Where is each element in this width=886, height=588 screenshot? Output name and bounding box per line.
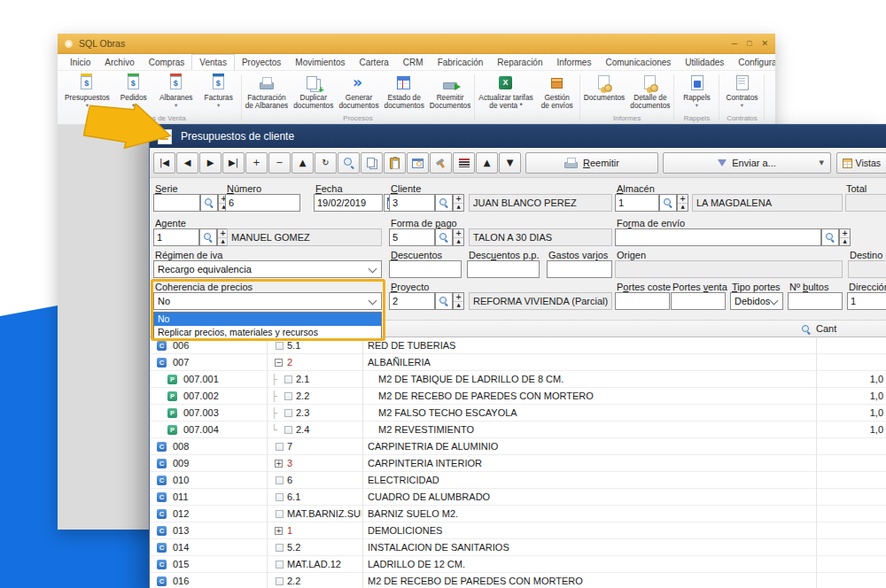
ribbon-reemitir-documentos[interactable]: Reemitir Documentos xyxy=(427,73,474,110)
ribbon-gestion-de-envios[interactable]: Gestión de envíos xyxy=(536,73,579,110)
expand-toggle-icon[interactable]: − xyxy=(275,359,283,367)
table-row[interactable]: C013+1DEMOLICIONES xyxy=(150,522,886,539)
tipo-portes-select[interactable]: Debidos xyxy=(730,292,783,310)
menu-tab-comunicaciones[interactable]: Comunicaciones xyxy=(598,54,678,70)
ribbon-actualizar-tarifas-de-venta[interactable]: Actualizar tarifas de venta * xyxy=(476,73,535,110)
forma-pago-spinner[interactable] xyxy=(453,228,464,246)
ribbon-documentos[interactable]: Documentos xyxy=(581,73,628,102)
table-row[interactable]: C0145.2INSTALACION DE SANITARIOS xyxy=(150,539,886,556)
next-button[interactable]: ▶ xyxy=(199,152,222,174)
descuentos-pp-input[interactable] xyxy=(467,260,540,278)
ribbon-generar-documentos[interactable]: Generar documentos xyxy=(336,73,381,110)
ribbon-duplicar-documentos[interactable]: Duplicar documentos xyxy=(291,73,336,110)
ribbon-rappels[interactable]: Rappels▾ xyxy=(675,73,718,109)
menu-tab-reparacion[interactable]: Reparación xyxy=(490,54,549,70)
add-button[interactable]: + xyxy=(245,152,268,174)
regimen-iva-select[interactable]: Recargo equivalencia xyxy=(153,260,382,278)
expand-toggle-icon[interactable]: + xyxy=(275,460,283,468)
reemitir-button[interactable]: Reemitir xyxy=(525,152,658,174)
serie-search-button[interactable] xyxy=(200,194,218,212)
menu-tab-inicio[interactable]: Inicio xyxy=(63,54,97,70)
previous-button[interactable]: ◀ xyxy=(176,152,198,174)
table-row[interactable]: C0106ELECTRICIDAD xyxy=(150,472,886,489)
proyecto-spinner[interactable] xyxy=(453,292,464,310)
paste-button[interactable] xyxy=(384,152,406,174)
numero-input[interactable] xyxy=(225,194,300,212)
proyecto-input[interactable] xyxy=(389,292,435,310)
refresh-button[interactable]: ↻ xyxy=(315,152,337,174)
move-up-button[interactable]: ▲ xyxy=(476,152,498,174)
menu-tab-compras[interactable]: Compras xyxy=(142,54,192,70)
table-row[interactable]: C0116.1CUADRO DE ALUMBRADO xyxy=(150,489,886,506)
list-button[interactable] xyxy=(453,152,475,174)
forma-envio-search-button[interactable] xyxy=(821,228,839,246)
forma-pago-search-button[interactable] xyxy=(435,228,453,246)
enviar-a-button[interactable]: Enviar a... ▼ xyxy=(663,152,831,174)
agente-input[interactable] xyxy=(153,228,199,246)
cliente-input[interactable] xyxy=(389,194,435,212)
table-row[interactable]: P007.004└2.4M2 REVESTIMIENTO1,0 xyxy=(150,422,886,438)
menu-tab-configuracion[interactable]: Configuración xyxy=(731,54,775,70)
table-row[interactable]: P007.001├2.1M2 DE TABIQUE DE LADRILLO DE… xyxy=(150,371,886,388)
menu-tab-archivo[interactable]: Archivo xyxy=(97,54,141,70)
table-row[interactable]: P007.003├2.3M2 FALSO TECHO ESCAYOLA1,0 xyxy=(150,405,886,422)
ribbon-facturas[interactable]: Facturas▾ xyxy=(198,73,240,109)
fecha-input[interactable] xyxy=(314,194,383,212)
coherencia-select[interactable]: No xyxy=(153,292,382,310)
portes-coste-input[interactable] xyxy=(615,292,670,310)
gastos-varios-input[interactable] xyxy=(547,260,612,278)
copy-button[interactable] xyxy=(361,152,383,174)
table-row[interactable]: C009+3CARPINTERIA INTERIOR xyxy=(150,455,886,472)
ribbon-detalle-de-documentos[interactable]: Detalle de documentos xyxy=(627,73,672,110)
last-button[interactable]: ▶| xyxy=(222,152,245,174)
almacen-spinner[interactable] xyxy=(677,194,688,212)
serie-input[interactable] xyxy=(153,194,200,212)
ribbon-estado-de-documentos[interactable]: Estado de documentos xyxy=(382,73,427,110)
table-row[interactable]: C0087CARPINETRIA DE ALUMINIO xyxy=(150,438,886,455)
num-bultos-input[interactable] xyxy=(788,292,843,310)
menu-tab-utilidades[interactable]: Utilidades xyxy=(678,54,731,70)
window-minimize-button[interactable]: ─ xyxy=(732,39,737,48)
cliente-search-button[interactable] xyxy=(435,194,453,212)
forma-pago-input[interactable] xyxy=(389,228,435,246)
move-down-button[interactable]: ▼ xyxy=(499,152,521,174)
tools-button[interactable] xyxy=(430,152,452,174)
search-button[interactable] xyxy=(338,152,360,174)
remove-button[interactable]: − xyxy=(268,152,291,174)
forma-envio-spinner[interactable] xyxy=(839,228,851,246)
expand-toggle-icon[interactable]: + xyxy=(275,527,283,535)
forma-envio-input[interactable] xyxy=(615,228,821,246)
menu-tab-fabricacion[interactable]: Fabricación xyxy=(431,54,491,70)
menu-tab-ventas[interactable]: Ventas xyxy=(191,54,235,70)
ribbon-albaranes[interactable]: Albaranes▾ xyxy=(155,73,198,109)
table-row[interactable]: C012MAT.BARNIZ.SUELBARNIZ SUELO M2. xyxy=(150,506,886,522)
chevron-down-icon[interactable]: ▼ xyxy=(820,159,824,166)
proyecto-search-button[interactable] xyxy=(435,292,453,310)
menu-tab-proyectos[interactable]: Proyectos xyxy=(235,54,288,70)
edit-button[interactable]: ▲ xyxy=(291,152,314,174)
table-row[interactable]: P007.002├2.2M2 DE RECEBO DE PAREDES CON … xyxy=(150,388,886,405)
menu-tab-informes[interactable]: Informes xyxy=(550,54,599,70)
portes-venta-input[interactable] xyxy=(671,292,726,310)
menu-tab-movimientos[interactable]: Movimientos xyxy=(288,54,352,70)
table-row[interactable]: C015MAT.LAD.12LADRILLO DE 12 CM. xyxy=(150,556,886,573)
almacen-input[interactable] xyxy=(615,194,659,212)
window-close-button[interactable]: ✕ xyxy=(761,39,768,48)
table-row[interactable]: C007−2ALBAÑILERIA xyxy=(150,354,886,371)
vistas-button[interactable]: Vistas xyxy=(836,152,886,174)
descuentos-input[interactable] xyxy=(389,260,462,278)
ribbon-contratos[interactable]: Contratos▾ xyxy=(720,73,763,109)
agente-search-button[interactable] xyxy=(199,228,217,246)
window-maximize-button[interactable]: □ xyxy=(747,39,751,48)
almacen-search-button[interactable] xyxy=(659,194,677,212)
preview-button[interactable] xyxy=(407,152,429,174)
menu-tab-cartera[interactable]: Cartera xyxy=(353,54,396,70)
table-row[interactable]: C0162.2M2 DE RECEBO DE PAREDES CON MORTE… xyxy=(150,573,886,588)
ribbon-facturacion-de-albaranes[interactable]: Facturación de Albaranes xyxy=(243,73,291,110)
menu-tab-crm[interactable]: CRM xyxy=(396,54,431,70)
dropdown-option[interactable]: Replicar precios, materiales y recursos xyxy=(154,326,381,339)
cant-column-header[interactable]: Cant xyxy=(816,323,836,334)
cliente-spinner[interactable] xyxy=(453,194,464,212)
direccion-input[interactable] xyxy=(847,292,886,310)
dropdown-option[interactable]: No xyxy=(154,313,381,326)
